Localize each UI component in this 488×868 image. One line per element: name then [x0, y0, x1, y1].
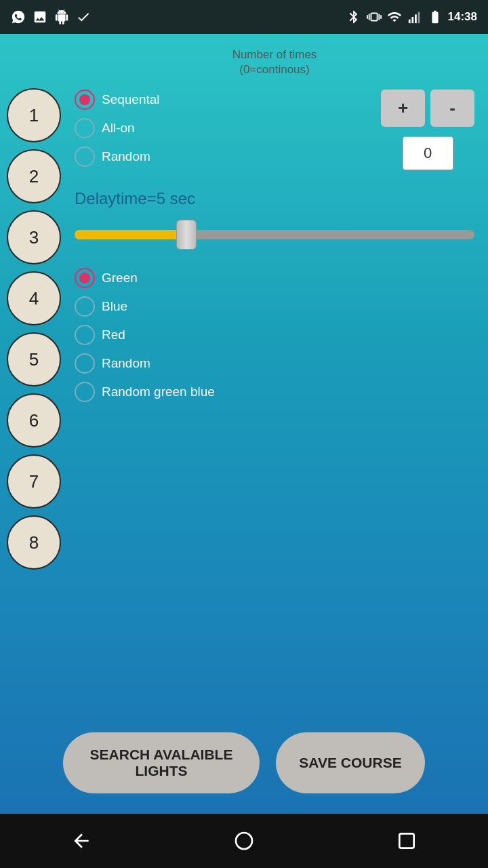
svg-rect-0	[408, 20, 410, 23]
green-label: Green	[102, 271, 138, 285]
color-red[interactable]: Red	[75, 325, 474, 345]
color-random-green-blue[interactable]: Random green blue	[75, 382, 474, 402]
back-icon	[70, 830, 92, 852]
main-content: 1 2 3 4 5 6 7 8 Number of times (0=conti…	[0, 34, 488, 719]
color-green[interactable]: Green	[75, 268, 474, 288]
status-bar: 14:38	[0, 0, 488, 34]
blue-radio[interactable]	[75, 296, 95, 317]
mode-controls-row: Sequental All-on Random + -	[75, 90, 474, 170]
signal-icon	[407, 9, 422, 24]
red-radio[interactable]	[75, 325, 95, 345]
increment-minus-button[interactable]: -	[430, 90, 474, 127]
random-color-label: Random	[102, 356, 150, 371]
time-display: 14:38	[448, 10, 477, 24]
vibrate-icon	[367, 9, 382, 24]
status-icons	[11, 9, 91, 24]
whatsapp-icon	[11, 9, 26, 24]
right-column: Number of times (0=continous) Sequental …	[75, 47, 474, 705]
bluetooth-icon	[346, 9, 361, 24]
mode-random[interactable]: Random	[75, 146, 160, 167]
color-radio-group: Green Blue Red Random	[75, 268, 474, 402]
svg-point-4	[236, 833, 252, 849]
recent-button[interactable]	[394, 829, 419, 853]
svg-rect-1	[411, 17, 413, 23]
circle-8[interactable]: 8	[7, 515, 61, 570]
green-radio[interactable]	[75, 268, 95, 288]
color-section: Green Blue Red Random	[75, 268, 474, 402]
svg-rect-2	[415, 14, 417, 23]
blue-label: Blue	[102, 299, 127, 314]
random-green-blue-radio[interactable]	[75, 382, 95, 402]
random-color-radio[interactable]	[75, 353, 95, 374]
nav-bar	[0, 814, 488, 868]
slider-container[interactable]	[75, 218, 474, 252]
number-circles-column: 1 2 3 4 5 6 7 8	[7, 47, 61, 705]
sequential-radio[interactable]	[75, 90, 95, 110]
random-green-blue-label: Random green blue	[102, 384, 215, 399]
sequential-radio-inner	[79, 94, 90, 105]
circle-1[interactable]: 1	[7, 88, 61, 142]
color-random[interactable]: Random	[75, 353, 474, 374]
search-lights-button[interactable]: SEARCH AVALAIBLE LIGHTS	[63, 732, 260, 793]
back-button[interactable]	[69, 829, 94, 853]
circle-5[interactable]: 5	[7, 332, 61, 387]
slider-thumb[interactable]	[176, 220, 197, 250]
count-display: 0	[403, 136, 453, 170]
svg-rect-5	[399, 833, 413, 848]
delay-section: Delaytime=5 sec	[75, 189, 474, 252]
save-course-button[interactable]: SAVE COURSE	[276, 732, 425, 793]
mode-all-on[interactable]: All-on	[75, 118, 160, 138]
green-radio-inner	[79, 273, 90, 283]
increment-controls: + - 0	[381, 90, 474, 170]
home-icon	[233, 830, 255, 852]
increment-plus-button[interactable]: +	[381, 90, 425, 127]
increment-buttons-row: + -	[381, 90, 474, 127]
circle-3[interactable]: 3	[7, 210, 61, 264]
svg-rect-3	[418, 12, 420, 23]
home-button[interactable]	[232, 829, 256, 853]
all-on-label: All-on	[102, 121, 135, 136]
circle-4[interactable]: 4	[7, 271, 61, 326]
recent-icon	[396, 830, 418, 852]
slider-track[interactable]	[75, 230, 474, 239]
status-right: 14:38	[346, 9, 477, 24]
circle-2[interactable]: 2	[7, 149, 61, 203]
android-icon	[54, 9, 69, 24]
mode-sequential[interactable]: Sequental	[75, 90, 160, 110]
circle-6[interactable]: 6	[7, 393, 61, 448]
number-times-label: Number of times (0=continous)	[75, 47, 474, 77]
battery-icon	[428, 9, 443, 24]
image-icon	[33, 9, 47, 24]
delay-label: Delaytime=5 sec	[75, 189, 474, 208]
mode-radio-group: Sequental All-on Random	[75, 90, 160, 167]
random-mode-radio[interactable]	[75, 146, 95, 167]
all-on-radio[interactable]	[75, 118, 95, 138]
wifi-icon	[387, 9, 402, 24]
bottom-buttons: SEARCH AVALAIBLE LIGHTS SAVE COURSE	[0, 719, 488, 814]
red-label: Red	[102, 328, 125, 342]
random-mode-label: Random	[102, 149, 150, 164]
slider-fill	[75, 230, 186, 239]
check-icon	[76, 9, 91, 24]
circle-7[interactable]: 7	[7, 454, 61, 509]
sequential-label: Sequental	[102, 92, 160, 107]
color-blue[interactable]: Blue	[75, 296, 474, 317]
